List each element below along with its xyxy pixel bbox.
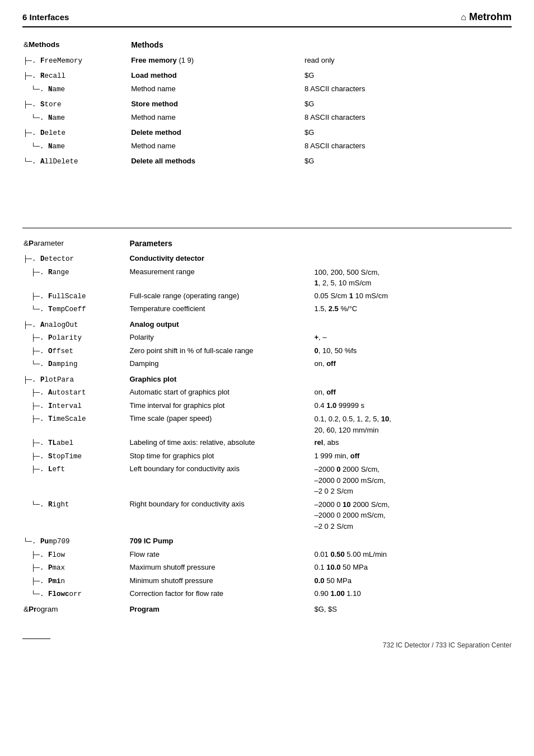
- value-interval: 0.4 1.0 99999 s: [313, 400, 512, 413]
- params-cmd-header: &Parameter: [22, 237, 128, 251]
- method-autostart: Automatic start of graphics plot: [128, 386, 313, 400]
- cmd-pmin: ├─. Pmin: [22, 575, 128, 588]
- parameters-heading: Parameters: [129, 239, 172, 248]
- table-row: └─. TempCoeff Temperature coefficient 1.…: [22, 303, 512, 316]
- footer-area: 732 IC Detector / 733 IC Separation Cent…: [22, 638, 512, 649]
- parameters-section: &Parameter Parameters ├─. Detector Condu…: [22, 237, 512, 616]
- logo-symbol: ⌂: [461, 12, 466, 22]
- cmd-pump: └─. Pump709: [22, 535, 128, 548]
- method-stoptime: Stop time for graphics plot: [128, 450, 313, 463]
- method-store-name: Method name: [130, 111, 303, 125]
- methods-header-row: &Methods Methods: [22, 39, 512, 52]
- value-autostart: on, off: [313, 386, 512, 400]
- table-row: ├─. PlotPara Graphics plot: [22, 373, 512, 387]
- cmd-stoptime: ├─. StopTime: [22, 450, 128, 463]
- value-freememory: read only: [303, 54, 512, 68]
- cmd-recall-name: └─. Name: [22, 83, 130, 96]
- table-row: ├─. Interval Time interval for graphics …: [22, 400, 512, 413]
- cmd-tempcoeff: └─. TempCoeff: [22, 303, 128, 316]
- method-recall-name: Method name: [130, 83, 303, 96]
- value-tempcoeff: 1.5, 2.5 %/°C: [313, 303, 512, 316]
- cmd-flowcorr: └─. Flowcorr: [22, 588, 128, 601]
- table-row: └─. Damping Damping on, off: [22, 358, 512, 371]
- cmd-store-name: └─. Name: [22, 111, 130, 125]
- logo-text: Metrohm: [469, 11, 512, 22]
- logo: ⌂ Metrohm: [461, 11, 512, 23]
- cmd-polarity: ├─. Polarity: [22, 331, 128, 345]
- cmd-range: ├─. Range: [22, 266, 128, 290]
- cmd-autostart: ├─. Autostart: [22, 386, 128, 400]
- method-freememory: Free memory (1 9): [130, 54, 303, 68]
- cmd-delete: ├─. Delete: [22, 126, 130, 140]
- footer-text: 732 IC Detector / 733 IC Separation Cent…: [383, 641, 512, 649]
- amp-parameter: &Parameter: [24, 239, 64, 247]
- value-offset: 0, 10, 50 %fs: [313, 345, 512, 358]
- table-row: &Program Program $G, $S: [22, 603, 512, 616]
- footer-divider: [22, 638, 50, 639]
- table-row: ├─. TimeScale Time scale (paper speed) 0…: [22, 412, 512, 436]
- cmd-store: ├─. Store: [22, 98, 130, 111]
- table-row: ├─. AnalogOut Analog output: [22, 318, 512, 332]
- method-tempcoeff: Temperature coefficient: [128, 303, 313, 316]
- cmd-pmax: ├─. Pmax: [22, 561, 128, 575]
- page-footer: 732 IC Detector / 733 IC Separation Cent…: [22, 641, 512, 649]
- value-damping: on, off: [313, 358, 512, 371]
- methods-cmd-header: &Methods: [22, 39, 130, 52]
- table-row: └─. Pump709 709 IC Pump: [22, 535, 512, 548]
- table-row: ├─. Left Left boundary for conductivity …: [22, 463, 512, 498]
- cmd-interval: ├─. Interval: [22, 400, 128, 413]
- method-flowcorr: Correction factor for flow rate: [128, 588, 313, 601]
- parameters-header-row: &Parameter Parameters: [22, 237, 512, 251]
- table-row: ├─. FreeMemory Free memory (1 9) read on…: [22, 54, 512, 68]
- cmd-delete-name: └─. Name: [22, 140, 130, 153]
- cmd-timescale: ├─. TimeScale: [22, 412, 128, 436]
- method-delete: Delete method: [130, 126, 303, 140]
- method-right: Right boundary for conductivity axis: [128, 498, 313, 533]
- section-plotpara: Graphics plot: [128, 373, 313, 387]
- chapter-title: 6 Interfaces: [22, 12, 69, 22]
- cmd-freememory: ├─. FreeMemory: [22, 54, 130, 68]
- method-left: Left boundary for conductivity axis: [128, 463, 313, 498]
- cmd-tlabel: ├─. TLabel: [22, 436, 128, 450]
- value-delete: $G: [303, 126, 512, 140]
- table-row: ├─. StopTime Stop time for graphics plot…: [22, 450, 512, 463]
- amp-methods: &Methods: [24, 40, 60, 49]
- method-store: Store method: [130, 98, 303, 111]
- value-pmax: 0.1 10.0 50 MPa: [313, 561, 512, 575]
- method-range: Measurement range: [128, 266, 313, 290]
- table-row: └─. AllDelete Delete all methods $G: [22, 155, 512, 168]
- cmd-detector: ├─. Detector: [22, 252, 128, 266]
- method-alldelete: Delete all methods: [130, 155, 303, 168]
- value-polarity: +, –: [313, 331, 512, 345]
- method-damping: Damping: [128, 358, 313, 371]
- value-tlabel: rel, abs: [313, 436, 512, 450]
- cmd-damping: └─. Damping: [22, 358, 128, 371]
- section-spacer: [22, 185, 512, 219]
- method-pmax: Maximum shutoff pressure: [128, 561, 313, 575]
- value-timescale: 0.1, 0.2, 0.5, 1, 2, 5, 10, 20, 60, 120 …: [313, 412, 512, 436]
- methods-col-header: Methods: [130, 39, 303, 52]
- method-flow: Flow rate: [128, 548, 313, 562]
- value-flowcorr: 0.90 1.00 1.10: [313, 588, 512, 601]
- method-delete-name: Method name: [130, 140, 303, 153]
- method-interval: Time interval for graphics plot: [128, 400, 313, 413]
- method-polarity: Polarity: [128, 331, 313, 345]
- cmd-recall: ├─. Recall: [22, 69, 130, 83]
- section-detector: Conductivity detector: [128, 252, 313, 266]
- table-row: └─. Name Method name 8 ASCII characters: [22, 140, 512, 153]
- value-left: –2000 0 2000 S/cm, –2000 0 2000 mS/cm, –…: [313, 463, 512, 498]
- table-row: ├─. Flow Flow rate 0.01 0.50 5.00 mL/min: [22, 548, 512, 562]
- value-flow: 0.01 0.50 5.00 mL/min: [313, 548, 512, 562]
- methods-table: &Methods Methods ├─. FreeMemory Free mem…: [22, 39, 512, 168]
- method-pmin: Minimum shutoff pressure: [128, 575, 313, 588]
- method-timescale: Time scale (paper speed): [128, 412, 313, 436]
- section-program: Program: [128, 603, 313, 616]
- table-row: └─. Name Method name 8 ASCII characters: [22, 83, 512, 96]
- value-recall: $G: [303, 69, 512, 83]
- value-recall-name: 8 ASCII characters: [303, 83, 512, 96]
- value-fullscale: 0.05 S/cm 1 10 mS/cm: [313, 290, 512, 303]
- value-right: –2000 0 10 2000 S/cm, –2000 0 2000 mS/cm…: [313, 498, 512, 533]
- cmd-plotpara: ├─. PlotPara: [22, 373, 128, 387]
- table-row: ├─. Range Measurement range 100, 200, 50…: [22, 266, 512, 290]
- table-row: ├─. Delete Delete method $G: [22, 126, 512, 140]
